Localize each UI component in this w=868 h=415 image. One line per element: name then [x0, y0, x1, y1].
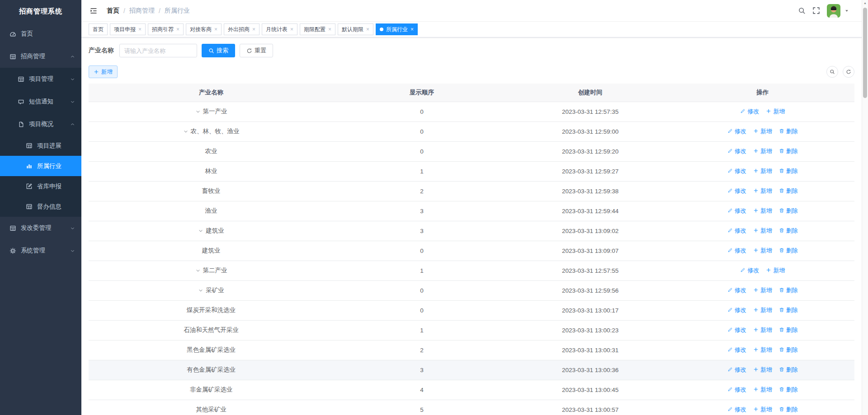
delete-link[interactable]: 删除: [779, 247, 798, 255]
sidebar-menu: 首页招商管理项目管理短信通知项目概况项目进展所属行业省库申报督办信息发改委管理系…: [0, 23, 81, 415]
add-link[interactable]: 新增: [753, 127, 772, 135]
sidebar-item-sms-notify[interactable]: 短信通知: [0, 90, 81, 113]
tab-close-icon[interactable]: ×: [138, 27, 142, 32]
add-link[interactable]: 新增: [753, 227, 772, 235]
industry-name-input[interactable]: [119, 44, 197, 57]
edit-link[interactable]: 修改: [740, 107, 759, 116]
delete-link[interactable]: 删除: [779, 386, 798, 394]
expand-caret-icon[interactable]: [183, 129, 189, 134]
sidebar-item-supervision-info[interactable]: 督办信息: [0, 196, 81, 217]
tab-monthly-report[interactable]: 月统计表×: [262, 23, 297, 35]
delete-link[interactable]: 删除: [779, 127, 798, 135]
delete-link[interactable]: 删除: [779, 326, 798, 334]
add-link[interactable]: 新增: [753, 306, 772, 314]
edit-link[interactable]: 修改: [727, 167, 746, 175]
tab-close-icon[interactable]: ×: [366, 27, 369, 32]
edit-link[interactable]: 修改: [727, 406, 746, 414]
tab-close-icon[interactable]: ×: [176, 27, 179, 32]
edit-link[interactable]: 修改: [727, 187, 746, 195]
edit-link[interactable]: 修改: [727, 127, 746, 135]
delete-link[interactable]: 删除: [779, 207, 798, 215]
fullscreen-icon[interactable]: [812, 7, 820, 14]
edit-link[interactable]: 修改: [727, 247, 746, 255]
add-link-label: 新增: [760, 127, 772, 135]
delete-link[interactable]: 删除: [779, 147, 798, 155]
delete-link[interactable]: 删除: [779, 286, 798, 294]
sidebar-item-investment-mgmt[interactable]: 招商管理: [0, 45, 81, 68]
search-icon: [830, 69, 835, 75]
tab-close-icon[interactable]: ×: [252, 27, 255, 32]
sidebar-toggle-button[interactable]: [89, 6, 99, 16]
add-link[interactable]: 新增: [753, 167, 772, 175]
tab-outbound-investment[interactable]: 外出招商×: [224, 23, 259, 35]
tab-close-icon[interactable]: ×: [328, 27, 331, 32]
add-link[interactable]: 新增: [753, 326, 772, 334]
delete-link[interactable]: 删除: [779, 366, 798, 374]
sidebar-item-home[interactable]: 首页: [0, 23, 81, 45]
tab-project-apply[interactable]: 项目申报×: [110, 23, 146, 35]
add-button[interactable]: 新增: [89, 65, 118, 78]
tab-period-config[interactable]: 期限配置×: [300, 23, 335, 35]
edit-link[interactable]: 修改: [727, 147, 746, 155]
add-link[interactable]: 新增: [766, 266, 785, 275]
delete-link[interactable]: 删除: [779, 227, 798, 235]
edit-link[interactable]: 修改: [727, 326, 746, 334]
page-scrollbar[interactable]: ▲: [862, 0, 868, 415]
sidebar-item-province-apply[interactable]: 省库申报: [0, 176, 81, 196]
pen-icon: [727, 148, 733, 155]
tab-investment-referral[interactable]: 招商引荐×: [148, 23, 184, 35]
industry-name-cell: 建筑业: [89, 221, 334, 241]
add-link[interactable]: 新增: [766, 107, 785, 116]
edit-link[interactable]: 修改: [727, 386, 746, 394]
delete-link[interactable]: 删除: [779, 187, 798, 195]
add-link[interactable]: 新增: [753, 406, 772, 414]
reset-button[interactable]: 重置: [240, 44, 273, 57]
tab-close-icon[interactable]: ×: [410, 27, 414, 32]
expand-caret-icon[interactable]: [198, 228, 203, 233]
delete-link[interactable]: 删除: [779, 406, 798, 414]
tab-home[interactable]: 首页: [89, 23, 108, 35]
breadcrumb-item[interactable]: 首页: [107, 7, 119, 15]
sidebar-item-project-overview[interactable]: 项目概况: [0, 113, 81, 135]
avatar[interactable]: [827, 4, 840, 18]
add-link[interactable]: 新增: [753, 207, 772, 215]
tab-industry[interactable]: 所属行业×: [376, 23, 418, 35]
tab-merchant-docking[interactable]: 对接客商×: [186, 23, 222, 35]
tab-default-period[interactable]: 默认期限×: [338, 23, 373, 35]
sidebar-item-system-mgmt[interactable]: 系统管理: [0, 239, 81, 262]
expand-caret-icon[interactable]: [195, 109, 201, 114]
edit-link[interactable]: 修改: [727, 286, 746, 294]
edit-link[interactable]: 修改: [727, 366, 746, 374]
edit-link[interactable]: 修改: [727, 306, 746, 314]
add-link[interactable]: 新增: [753, 286, 772, 294]
search-icon[interactable]: [798, 7, 806, 14]
tab-close-icon[interactable]: ×: [214, 27, 217, 32]
add-link[interactable]: 新增: [753, 366, 772, 374]
add-link[interactable]: 新增: [753, 346, 772, 354]
tab-close-icon[interactable]: ×: [290, 27, 293, 32]
scrollbar-up-arrow[interactable]: ▲: [862, 1, 868, 5]
edit-link[interactable]: 修改: [727, 207, 746, 215]
delete-link[interactable]: 删除: [779, 306, 798, 314]
delete-link[interactable]: 删除: [779, 167, 798, 175]
toggle-search-button[interactable]: [826, 66, 838, 78]
add-link[interactable]: 新增: [753, 147, 772, 155]
sidebar-item-ndrc-mgmt[interactable]: 发改委管理: [0, 217, 81, 239]
add-link[interactable]: 新增: [753, 187, 772, 195]
search-button[interactable]: 搜索: [202, 44, 235, 57]
edit-link[interactable]: 修改: [727, 227, 746, 235]
sidebar-item-project-progress[interactable]: 项目进展: [0, 135, 81, 156]
add-link[interactable]: 新增: [753, 247, 772, 255]
expand-caret-icon[interactable]: [198, 288, 203, 293]
edit-link[interactable]: 修改: [727, 346, 746, 354]
scrollbar-thumb[interactable]: [863, 8, 867, 98]
sidebar-item-industry[interactable]: 所属行业: [0, 156, 81, 176]
delete-link[interactable]: 删除: [779, 346, 798, 354]
sidebar-item-project-mgmt[interactable]: 项目管理: [0, 68, 81, 90]
sidebar-item-label: 短信通知: [29, 98, 53, 106]
caret-down-icon[interactable]: [844, 9, 849, 13]
expand-caret-icon[interactable]: [195, 268, 201, 273]
add-link[interactable]: 新增: [753, 386, 772, 394]
refresh-table-button[interactable]: [843, 66, 854, 78]
edit-link[interactable]: 修改: [740, 266, 759, 275]
